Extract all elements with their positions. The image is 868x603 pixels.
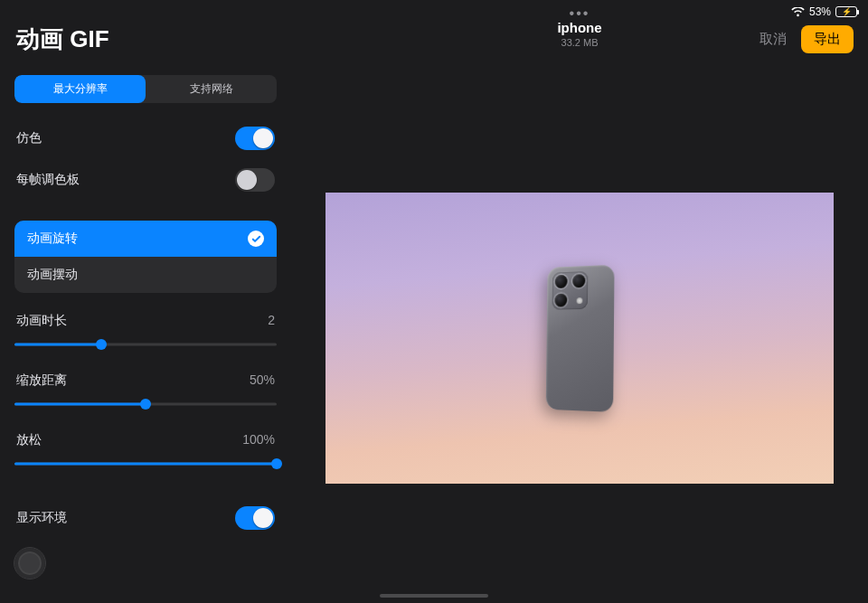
zoom-label: 缩放距离 (16, 372, 67, 389)
preview-canvas[interactable] (326, 193, 834, 484)
palette-label: 每帧调色板 (16, 172, 80, 188)
zoom-slider-block: 缩放距离 50% (14, 372, 277, 412)
show-environment-label: 显示环境 (16, 510, 67, 526)
animation-swing-option[interactable]: 动画摆动 (14, 257, 277, 293)
dither-toggle[interactable] (235, 127, 275, 150)
export-settings-sidebar: 动画 GIF 最大分辨率 支持网络 仿色 每帧调色板 动画旋转 动画摆动 动画时… (0, 0, 291, 603)
animation-rotate-label: 动画旋转 (27, 231, 78, 247)
duration-slider-block: 动画时长 2 (14, 313, 277, 353)
animation-rotate-option[interactable]: 动画旋转 (14, 221, 277, 257)
dither-label: 仿色 (16, 130, 42, 146)
duration-slider[interactable] (14, 336, 277, 353)
main-preview-area: ••• iphone 33.2 MB 取消 导出 (291, 0, 868, 603)
seg-web-supported[interactable]: 支持网络 (146, 75, 277, 103)
show-environment-toggle[interactable] (235, 506, 275, 530)
environment-color-well[interactable] (14, 548, 45, 579)
cancel-button[interactable]: 取消 (760, 31, 787, 48)
preview-header: iphone 33.2 MB 取消 导出 (291, 0, 868, 48)
resolution-segmented-control[interactable]: 最大分辨率 支持网络 (14, 75, 277, 103)
animation-type-list: 动画旋转 动画摆动 (14, 221, 277, 293)
zoom-value: 50% (250, 372, 275, 387)
duration-label: 动画时长 (16, 313, 67, 329)
model-iphone-icon (580, 338, 650, 483)
ease-label: 放松 (16, 432, 42, 448)
export-button[interactable]: 导出 (801, 25, 854, 53)
palette-row: 每帧调色板 (14, 159, 277, 201)
palette-toggle[interactable] (235, 168, 275, 192)
page-title: 动画 GIF (16, 24, 277, 55)
checkmark-icon (248, 231, 264, 247)
ease-slider[interactable] (14, 456, 277, 472)
home-indicator[interactable] (380, 594, 488, 598)
ease-value: 100% (242, 432, 275, 447)
show-environment-row: 显示环境 (14, 497, 277, 539)
zoom-slider[interactable] (14, 396, 277, 412)
dither-row: 仿色 (14, 118, 277, 159)
seg-max-resolution[interactable]: 最大分辨率 (14, 75, 146, 103)
duration-value: 2 (268, 313, 275, 327)
animation-swing-label: 动画摆动 (27, 267, 78, 283)
ease-slider-block: 放松 100% (14, 432, 277, 472)
